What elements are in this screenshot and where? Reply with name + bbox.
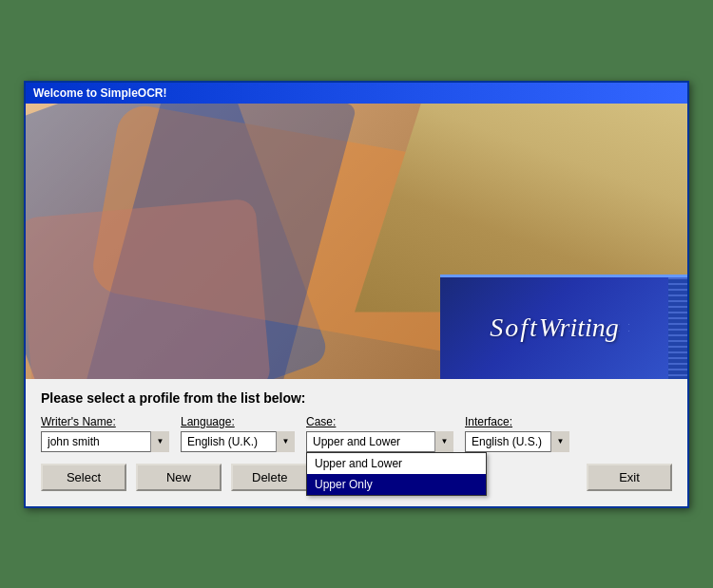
select-button-label: Select bbox=[67, 470, 101, 484]
language-label: Language: bbox=[181, 415, 295, 428]
softwriting-lines bbox=[668, 277, 687, 379]
new-button[interactable]: New bbox=[136, 464, 222, 491]
prompt-text: Please select a profile from the list be… bbox=[41, 390, 672, 406]
main-window: Welcome to SimpleOCR! · · · · · · · · So… bbox=[24, 81, 689, 508]
content-area: Please select a profile from the list be… bbox=[26, 379, 687, 506]
case-dropdown-wrapper: Upper and Lower Upper Only ▼ bbox=[306, 431, 453, 452]
window-title: Welcome to SimpleOCR! bbox=[33, 86, 166, 100]
softwriting-dots-bottom: · · · · · · · · bbox=[558, 327, 632, 335]
banner-image: · · · · · · · · SoftWriting · · · · · · … bbox=[26, 104, 687, 379]
banner-background: · · · · · · · · SoftWriting · · · · · · … bbox=[26, 104, 687, 379]
language-field-group: Language: English (U.K.) English (U.S.) … bbox=[181, 415, 295, 452]
case-option-upper-lower[interactable]: Upper and Lower bbox=[307, 453, 486, 474]
case-field-group: Case: Upper and Lower Upper Only ▼ Upper… bbox=[306, 415, 453, 452]
interface-field-group: Interface: English (U.S.) ▼ bbox=[465, 415, 569, 452]
writer-label: Writer's Name: bbox=[41, 415, 169, 428]
interface-label: Interface: bbox=[465, 415, 569, 428]
language-dropdown-wrapper: English (U.K.) English (U.S.) ▼ bbox=[181, 431, 295, 452]
fields-row: Writer's Name: john smith ▼ Language: En… bbox=[41, 415, 672, 452]
writer-select[interactable]: john smith bbox=[41, 431, 169, 452]
new-button-label: New bbox=[166, 470, 191, 484]
writer-dropdown-wrapper: john smith ▼ bbox=[41, 431, 169, 452]
exit-button[interactable]: Exit bbox=[587, 464, 672, 491]
softwriting-panel: · · · · · · · · SoftWriting · · · · · · … bbox=[440, 275, 687, 379]
exit-button-label: Exit bbox=[619, 470, 640, 484]
interface-select[interactable]: English (U.S.) bbox=[465, 431, 569, 452]
case-label: Case: bbox=[306, 415, 453, 428]
interface-dropdown-wrapper: English (U.S.) ▼ bbox=[465, 431, 569, 452]
language-select[interactable]: English (U.K.) English (U.S.) bbox=[181, 431, 295, 452]
delete-button-label: Delete bbox=[252, 470, 288, 484]
title-bar: Welcome to SimpleOCR! bbox=[26, 83, 687, 104]
case-dropdown-popup: Upper and Lower Upper Only bbox=[306, 452, 487, 496]
delete-button[interactable]: Delete bbox=[231, 464, 309, 491]
writer-field-group: Writer's Name: john smith ▼ bbox=[41, 415, 169, 452]
banner-decor-pink bbox=[26, 198, 271, 379]
case-select[interactable]: Upper and Lower Upper Only bbox=[306, 431, 453, 452]
select-button[interactable]: Select bbox=[41, 464, 126, 491]
case-option-upper-only[interactable]: Upper Only bbox=[307, 474, 486, 495]
